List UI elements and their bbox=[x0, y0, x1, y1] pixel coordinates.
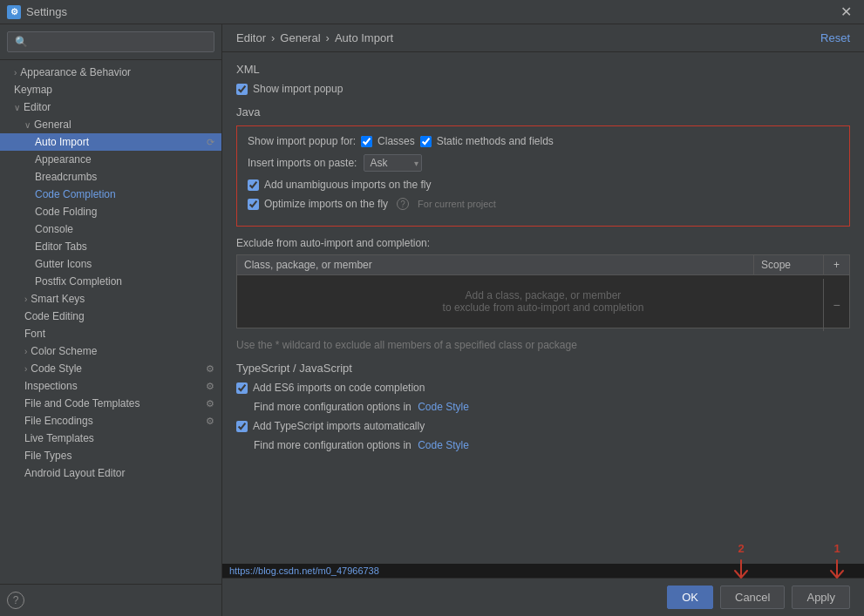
apply-button[interactable]: Apply bbox=[792, 586, 850, 609]
col-scope: Scope bbox=[753, 255, 823, 274]
wildcard-note: Use the * wildcard to exclude all member… bbox=[236, 339, 850, 351]
sidebar-item-code-completion[interactable]: Code Completion bbox=[0, 186, 221, 203]
sidebar-item-inspections[interactable]: Inspections ⚙ bbox=[0, 377, 221, 395]
arrow-icon: ∨ bbox=[24, 120, 31, 130]
insert-imports-dropdown-wrapper: Ask Always Never bbox=[364, 154, 422, 172]
xml-section-title: XML bbox=[236, 63, 850, 76]
sidebar-item-postfix-completion[interactable]: Postfix Completion bbox=[0, 273, 221, 290]
panel-content: XML Show import popup Java Show import p… bbox=[222, 52, 864, 564]
sync-icon: ⟳ bbox=[207, 137, 214, 148]
sidebar-tree: › Appearance & Behavior Keymap ∨ Editor … bbox=[0, 60, 221, 584]
arrow-icon: ∨ bbox=[14, 103, 20, 112]
sidebar-item-editor[interactable]: ∨ Editor bbox=[0, 98, 221, 116]
es6-code-style-link[interactable]: Code Style bbox=[418, 401, 469, 413]
settings-icon: ⚙ bbox=[206, 416, 214, 427]
help-button[interactable]: ? bbox=[7, 592, 24, 609]
show-import-popup-row: Show import popup bbox=[236, 83, 850, 95]
es6-hint-prefix: Find more configuration options in bbox=[254, 401, 412, 413]
ts-checkbox[interactable] bbox=[236, 421, 248, 432]
sidebar: › Appearance & Behavior Keymap ∨ Editor … bbox=[0, 24, 222, 616]
optimize-label: Optimize imports on the fly bbox=[264, 198, 388, 210]
sidebar-item-font[interactable]: Font bbox=[0, 325, 221, 342]
sidebar-item-code-editing[interactable]: Code Editing bbox=[0, 308, 221, 325]
settings-window: ⚙ Settings ✕ › Appearance & Behavior Key… bbox=[0, 0, 864, 616]
java-section-title: Java bbox=[236, 105, 850, 118]
breadcrumb: Editor › General › Auto Import bbox=[236, 31, 393, 44]
footer-area: 2 1 https://blog.csdn.net/m0_479667 bbox=[222, 564, 864, 616]
search-box bbox=[0, 24, 221, 60]
close-button[interactable]: ✕ bbox=[835, 2, 857, 22]
unambiguous-label: Add unambiguous imports on the fly bbox=[264, 179, 431, 191]
sidebar-item-smart-keys[interactable]: › Smart Keys bbox=[0, 290, 221, 308]
optimize-checkbox[interactable] bbox=[248, 199, 259, 210]
sidebar-item-code-folding[interactable]: Code Folding bbox=[0, 203, 221, 220]
breadcrumb-sep2: › bbox=[326, 31, 330, 44]
typescript-section: TypeScript / JavaScript Add ES6 imports … bbox=[236, 362, 850, 451]
insert-imports-dropdown[interactable]: Ask Always Never bbox=[364, 154, 422, 172]
ts-label: Add TypeScript imports automatically bbox=[253, 420, 425, 432]
window-title: Settings bbox=[26, 5, 835, 18]
col-class: Class, package, or member bbox=[237, 255, 753, 274]
unambiguous-row: Add unambiguous imports on the fly bbox=[248, 179, 839, 191]
sidebar-item-file-types[interactable]: File Types bbox=[0, 447, 221, 464]
settings-icon: ⚙ bbox=[206, 381, 214, 392]
breadcrumb-sep1: › bbox=[271, 31, 275, 44]
sidebar-item-color-scheme[interactable]: › Color Scheme bbox=[0, 342, 221, 360]
static-checkbox[interactable] bbox=[420, 136, 432, 147]
ts-imports-row: Add TypeScript imports automatically bbox=[236, 420, 850, 432]
arrow-icon: › bbox=[24, 294, 27, 304]
reset-button[interactable]: Reset bbox=[820, 31, 850, 44]
optimize-hint-text: For current project bbox=[418, 199, 496, 209]
sidebar-item-console[interactable]: Console bbox=[0, 220, 221, 238]
footer-bar: OK Cancel Apply bbox=[222, 578, 864, 616]
sidebar-item-appearance[interactable]: Appearance bbox=[0, 151, 221, 168]
es6-hint-row: Find more configuration options in Code … bbox=[236, 401, 850, 413]
arrow-icon: › bbox=[24, 347, 27, 356]
sidebar-item-editor-tabs[interactable]: Editor Tabs bbox=[0, 238, 221, 255]
empty-hint-line2: to exclude from auto-import and completi… bbox=[443, 301, 644, 314]
unambiguous-checkbox[interactable] bbox=[248, 179, 259, 191]
sidebar-item-appearance-behavior[interactable]: › Appearance & Behavior bbox=[0, 64, 221, 81]
exclude-header: Class, package, or member Scope + bbox=[237, 255, 849, 275]
ok-button[interactable]: OK bbox=[667, 586, 713, 609]
sidebar-item-keymap[interactable]: Keymap bbox=[0, 81, 221, 98]
help-section: ? bbox=[0, 584, 221, 616]
breadcrumb-bar: Editor › General › Auto Import Reset bbox=[222, 24, 864, 52]
show-import-popup-for-row: Show import popup for: Classes Static me… bbox=[248, 135, 839, 147]
java-settings-box: Show import popup for: Classes Static me… bbox=[236, 125, 850, 227]
exclude-section: Exclude from auto-import and completion:… bbox=[236, 237, 850, 328]
minus-button[interactable]: − bbox=[823, 279, 849, 331]
sidebar-item-live-templates[interactable]: Live Templates bbox=[0, 430, 221, 447]
sidebar-item-gutter-icons[interactable]: Gutter Icons bbox=[0, 255, 221, 273]
sidebar-item-auto-import[interactable]: Auto Import ⟳ bbox=[0, 133, 221, 151]
sidebar-item-android-layout-editor[interactable]: Android Layout Editor bbox=[0, 464, 221, 482]
sidebar-item-code-style[interactable]: › Code Style ⚙ bbox=[0, 360, 221, 377]
classes-checkbox[interactable] bbox=[361, 136, 372, 147]
insert-imports-label: Insert imports on paste: bbox=[248, 157, 357, 169]
url-bar: https://blog.csdn.net/m0_47966738 bbox=[222, 564, 864, 578]
es6-checkbox[interactable] bbox=[236, 382, 248, 394]
cancel-button[interactable]: Cancel bbox=[720, 586, 785, 609]
optimize-row: Optimize imports on the fly ? For curren… bbox=[248, 198, 839, 210]
es6-imports-row: Add ES6 imports on code completion bbox=[236, 382, 850, 394]
sidebar-item-breadcrumbs[interactable]: Breadcrumbs bbox=[0, 168, 221, 186]
url-text: https://blog.csdn.net/m0_47966738 bbox=[229, 565, 379, 576]
settings-icon: ⚙ bbox=[206, 398, 214, 410]
breadcrumb-general: General bbox=[280, 31, 320, 44]
content-area: › Appearance & Behavior Keymap ∨ Editor … bbox=[0, 24, 864, 616]
exclude-title: Exclude from auto-import and completion: bbox=[236, 237, 850, 249]
sidebar-item-file-encodings[interactable]: File Encodings ⚙ bbox=[0, 412, 221, 430]
settings-icon: ⚙ bbox=[206, 363, 214, 375]
app-icon: ⚙ bbox=[7, 5, 21, 19]
ts-hint-prefix: Find more configuration options in bbox=[254, 439, 412, 451]
empty-hint-line1: Add a class, package, or member bbox=[466, 289, 622, 301]
optimize-hint-icon: ? bbox=[397, 198, 409, 210]
search-input[interactable] bbox=[7, 31, 214, 52]
sidebar-item-file-code-templates[interactable]: File and Code Templates ⚙ bbox=[0, 395, 221, 412]
sidebar-item-general[interactable]: ∨ General bbox=[0, 116, 221, 133]
ts-code-style-link[interactable]: Code Style bbox=[418, 439, 469, 451]
add-button[interactable]: + bbox=[823, 255, 849, 274]
show-import-popup-checkbox[interactable] bbox=[236, 84, 248, 95]
arrow-icon: › bbox=[14, 68, 17, 78]
arrow-icon: › bbox=[24, 364, 27, 374]
